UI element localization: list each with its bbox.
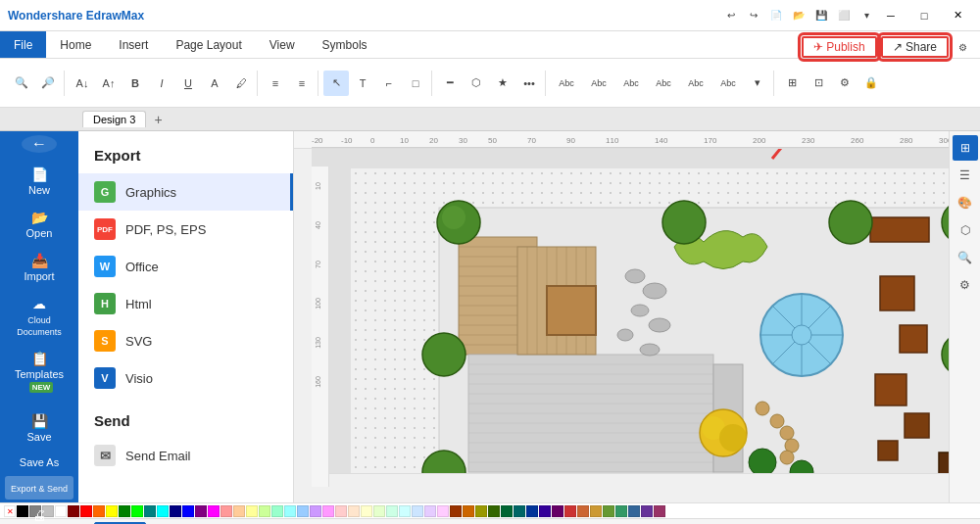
sidebar-item-cloud[interactable]: ☁ Cloud Documents [5,290,74,343]
sidebar-item-templates[interactable]: 📋 Templates NEW [5,345,74,398]
undo-btn[interactable]: ↩ [721,6,741,25]
qa-dropdown-btn[interactable]: ▾ [857,6,876,25]
export-item-html[interactable]: H Html [78,285,293,322]
color-swatch-15[interactable] [208,505,220,517]
redo-btn[interactable]: ↪ [744,6,763,25]
effect-btn[interactable]: ★ [490,71,515,96]
color-swatch-13[interactable] [182,505,194,517]
back-button[interactable]: ← [22,135,57,153]
color-swatch-33[interactable] [437,505,449,517]
color-swatch-5[interactable] [80,505,92,517]
export-item-send-email[interactable]: ✉ Send Email [78,437,293,474]
fill-btn[interactable]: ⬡ [464,71,489,96]
sidebar-item-import[interactable]: 📥 Import [5,247,74,288]
layers-btn[interactable]: ☰ [953,163,978,188]
save-file-btn[interactable]: 💾 [811,6,831,25]
color-swatch-34[interactable] [450,505,462,517]
text-style-2-btn[interactable]: Abc [583,71,614,96]
search-shapes-btn[interactable]: 🔍 [953,245,978,270]
more-btn[interactable]: ••• [516,71,542,96]
color-swatch-39[interactable] [514,505,525,517]
tab-file[interactable]: File [0,31,46,58]
color-swatch-31[interactable] [412,505,423,517]
color-swatch-12[interactable] [170,505,181,517]
sidebar-item-export-send[interactable]: Export & Send [5,476,74,500]
color-swatch-18[interactable] [246,505,258,517]
export-item-pdf[interactable]: PDF PDF, PS, EPS [78,211,293,248]
sidebar-item-print[interactable]: 🖨 Print [5,501,74,524]
align-left-btn[interactable]: ≡ [263,71,288,96]
add-page-btn[interactable]: + [154,520,173,525]
panel-settings-btn[interactable]: ⚙ [953,272,978,298]
color-swatch-32[interactable] [424,505,436,517]
sidebar-item-new[interactable]: 📄 New [5,161,74,202]
color-swatch-37[interactable] [488,505,500,517]
color-swatch-17[interactable] [233,505,245,517]
italic-btn[interactable]: I [149,71,174,96]
new-file-btn[interactable]: 📄 [766,6,786,25]
color-swatch-40[interactable] [526,505,538,517]
sidebar-item-open[interactable]: 📂 Open [5,204,74,245]
color-swatch-14[interactable] [195,505,207,517]
zoom-out-btn[interactable]: 🔍 [9,71,34,96]
font-color-btn[interactable]: A [202,71,227,96]
color-swatch-6[interactable] [93,505,105,517]
text-tool-btn[interactable]: T [350,71,375,96]
color-swatch-21[interactable] [284,505,296,517]
bold-btn[interactable]: B [122,71,148,96]
align-center-btn[interactable]: ≡ [289,71,315,96]
connector-tool-btn[interactable]: ⌐ [376,71,402,96]
publish-button[interactable]: ✈ Publish [802,36,877,58]
tab-home[interactable]: Home [46,31,105,58]
tab-page-layout[interactable]: Page Layout [162,31,255,58]
fit-page-btn[interactable]: ⊞ [953,520,972,525]
font-size-up-btn[interactable]: A↑ [96,71,122,96]
page-op3-btn[interactable]: ⚙ [832,71,858,96]
export-item-office[interactable]: W Office [78,248,293,285]
export-item-graphics[interactable]: G Graphics [78,173,293,211]
shape-tool-btn[interactable]: □ [403,71,428,96]
color-swatch-49[interactable] [641,505,653,517]
line-style-btn[interactable]: ━ [437,71,463,96]
text-style-5-btn[interactable]: Abc [680,71,711,96]
tab-symbols[interactable]: Symbols [309,31,381,58]
color-swatch-9[interactable] [131,505,143,517]
color-swatch-19[interactable] [259,505,270,517]
sidebar-item-save[interactable]: 💾 Save [5,407,74,449]
color-swatch-30[interactable] [399,505,411,517]
grid-view-btn[interactable]: ⊞ [953,135,978,161]
tab-insert[interactable]: Insert [105,31,162,58]
share-button[interactable]: ↗ Share [881,36,949,58]
color-swatch-8[interactable] [119,505,130,517]
page-op2-btn[interactable]: ⊡ [806,71,831,96]
color-swatch-47[interactable] [615,505,627,517]
color-swatch-45[interactable] [590,505,602,517]
horizontal-scrollbar[interactable] [329,473,949,487]
color-swatch-27[interactable] [361,505,372,517]
color-swatch-43[interactable] [564,505,576,517]
color-swatch-26[interactable] [348,505,360,517]
color-swatch-23[interactable] [310,505,321,517]
color-swatch-7[interactable] [106,505,118,517]
tab-design3[interactable]: Design 3 [82,111,146,127]
zoom-in-btn[interactable]: 🔎 [35,71,61,96]
highlight-btn[interactable]: 🖊 [228,71,254,96]
color-swatch-10[interactable] [144,505,156,517]
color-swatch-22[interactable] [297,505,309,517]
format-panel-btn[interactable]: 🎨 [953,190,978,215]
color-swatch-38[interactable] [501,505,513,517]
focus-btn[interactable]: 🔍 [819,520,839,525]
color-swatch-28[interactable] [373,505,385,517]
maximize-btn[interactable]: □ [909,5,939,26]
text-style-more-btn[interactable]: ▾ [745,71,770,96]
text-style-3-btn[interactable]: Abc [615,71,647,96]
text-style-6-btn[interactable]: Abc [712,71,744,96]
color-swatch-41[interactable] [539,505,551,517]
select-tool-btn[interactable]: ↖ [323,71,349,96]
add-tab-btn[interactable]: + [148,110,168,129]
color-swatch-20[interactable] [271,505,283,517]
font-size-down-btn[interactable]: A↓ [70,71,95,96]
close-btn[interactable]: ✕ [943,5,972,26]
text-style-4-btn[interactable]: Abc [648,71,679,96]
settings-btn[interactable]: ⚙ [953,37,972,57]
